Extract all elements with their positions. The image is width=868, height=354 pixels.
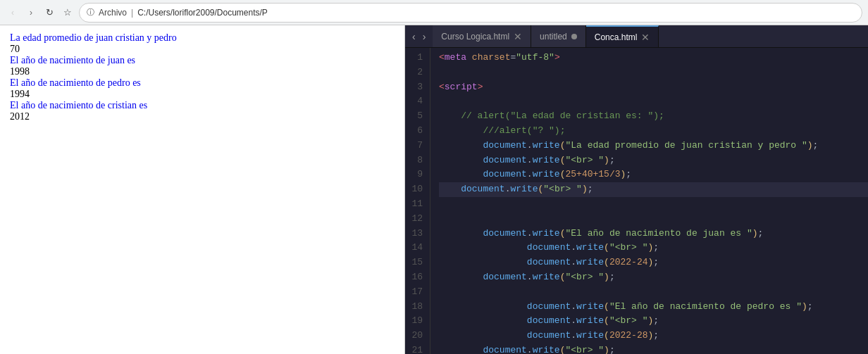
tab-nav-left[interactable]: ‹ [409, 30, 418, 44]
editor-panel: ‹ › Curso Logica.html ✕ untitled Conca.h… [405, 25, 868, 354]
back-button[interactable]: ‹ [6, 6, 20, 20]
code-line-6: ///alert("? "); [439, 124, 868, 139]
bookmark-button[interactable]: ☆ [61, 6, 75, 20]
editor-body[interactable]: 12345 678910 1112131415 1617181920 21222… [405, 48, 868, 354]
browser-output-panel: La edad promedio de juan cristian y pedr… [0, 25, 405, 354]
reload-button[interactable]: ↻ [42, 6, 56, 20]
code-line-8: document.write("<br> "); [439, 153, 868, 168]
code-line-16: document.write("<br> "); [439, 270, 868, 285]
main-area: La edad promedio de juan cristian y pedr… [0, 25, 868, 354]
output-line-6: 1994 [10, 89, 30, 99]
code-line-2 [439, 65, 868, 80]
code-line-17 [439, 285, 868, 300]
code-line-9: document.write(25+40+15/3); [439, 167, 868, 182]
code-line-11 [439, 197, 868, 212]
browser-bar: ‹ › ↻ ☆ ⓘ Archivo | C:/Users/loriflor200… [0, 0, 868, 25]
code-line-12 [439, 212, 868, 227]
code-line-15: document.write(2022-24); [439, 255, 868, 270]
output-line-7: El año de nacimiento de cristian es [10, 100, 147, 110]
code-line-14: document.write("<br> "); [439, 241, 868, 255]
code-line-3: <script> [439, 80, 868, 95]
code-line-5: // alert("La edad de cristian es: "); [439, 109, 868, 124]
tab-conca[interactable]: Conca.html ✕ [586, 25, 659, 47]
tab-nav-right[interactable]: › [420, 30, 429, 44]
code-line-19: document.write("<br> "); [439, 314, 868, 329]
code-area[interactable]: <meta charset="utf-8"> <script> // alert… [430, 48, 868, 354]
output-line-4: 1998 [10, 66, 30, 77]
line-numbers: 12345 678910 1112131415 1617181920 21222… [405, 48, 430, 354]
tab-close-conca[interactable]: ✕ [641, 32, 650, 42]
output-line-1: La edad promedio de juan cristian y pedr… [10, 32, 177, 43]
output-line-3: El año de nacimiento de juan es [10, 55, 135, 65]
tab-label-curso-logica: Curso Logica.html [441, 32, 509, 42]
editor-tabs: ‹ › Curso Logica.html ✕ untitled Conca.h… [405, 25, 868, 48]
code-line-7: document.write("La edad promedio de juan… [439, 139, 868, 153]
forward-button[interactable]: › [24, 6, 38, 20]
protocol-label: Archivo [99, 8, 127, 18]
code-line-10: document.write("<br> "); [439, 182, 868, 197]
tab-untitled[interactable]: untitled [531, 25, 586, 47]
tab-nav: ‹ › [405, 25, 433, 47]
address-separator: | [131, 8, 133, 18]
code-line-21: document.write("<br> "); [439, 343, 868, 354]
code-line-20: document.write(2022-28); [439, 329, 868, 343]
tab-label-untitled: untitled [540, 32, 567, 42]
tab-label-conca: Conca.html [595, 32, 638, 42]
output-line-2: 70 [10, 44, 20, 54]
code-line-1: <meta charset="utf-8"> [439, 51, 868, 65]
code-line-18: document.write("El año de nacimiento de … [439, 300, 868, 315]
output-line-5: El año de nacimiento de pedro es [10, 77, 141, 88]
code-line-4 [439, 94, 868, 109]
code-line-13: document.write("El año de nacimiento de … [439, 227, 868, 241]
output-line-8: 2012 [10, 111, 30, 122]
tab-curso-logica[interactable]: Curso Logica.html ✕ [433, 25, 531, 47]
info-icon: ⓘ [87, 7, 94, 18]
address-bar[interactable]: ⓘ Archivo | C:/Users/loriflor2009/Docume… [79, 3, 862, 23]
address-url: C:/Users/loriflor2009/Documents/P [137, 8, 855, 18]
tab-dot-untitled [571, 34, 577, 39]
tab-close-curso-logica[interactable]: ✕ [514, 32, 522, 42]
